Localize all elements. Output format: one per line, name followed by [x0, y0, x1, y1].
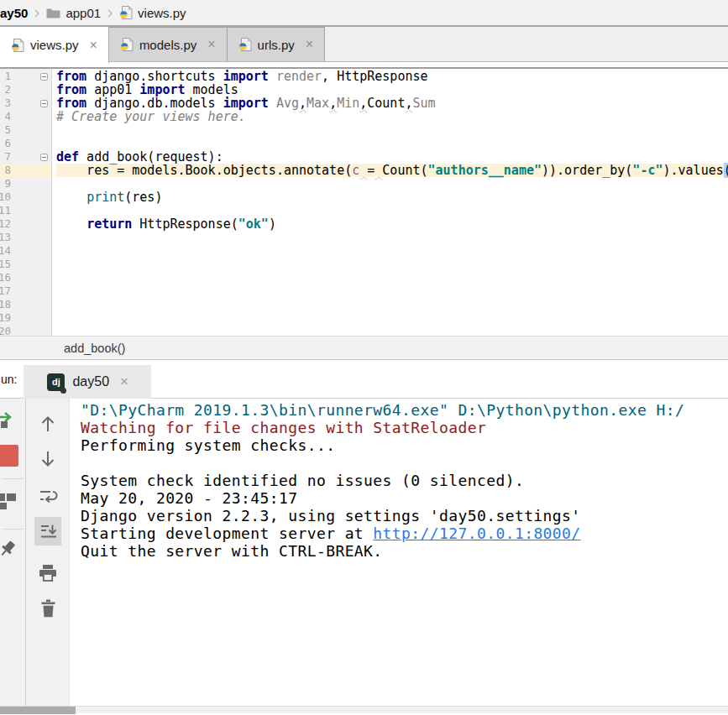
code-line-11[interactable]: [56, 204, 728, 217]
run-tab-label: day50: [72, 374, 109, 389]
horizontal-scrollbar[interactable]: [0, 706, 728, 713]
rerun-icon[interactable]: [0, 410, 17, 431]
breadcrumb-file[interactable]: views.py: [138, 6, 186, 20]
line-number: 10: [0, 190, 11, 204]
context-bar[interactable]: add_book(): [0, 336, 728, 360]
gutter-line-14[interactable]: 14: [0, 244, 51, 258]
gutter-line-15[interactable]: 15: [0, 258, 51, 271]
run-tab-day50[interactable]: dj day50 ×: [24, 365, 151, 399]
breadcrumb-package[interactable]: app01: [65, 6, 101, 20]
code-token: "-c": [632, 163, 663, 178]
fold-marker-icon[interactable]: [40, 154, 48, 161]
gutter-line-20[interactable]: 20: [0, 325, 51, 336]
code-token: print: [86, 190, 124, 205]
tab-close-icon[interactable]: ×: [207, 39, 215, 50]
code-token: HttpResponse(: [132, 217, 238, 232]
console-line-7: Django version 2.2.3, using settings 'da…: [81, 507, 728, 525]
console-text: Performing system checks...: [81, 436, 335, 454]
restore-layout-icon[interactable]: [0, 491, 18, 513]
code-line-7[interactable]: def add_book(request):: [56, 150, 728, 164]
scroll-to-end-icon[interactable]: [39, 523, 57, 540]
code-editor[interactable]: 1234567891011121314151617181920 from dja…: [0, 69, 728, 336]
line-number: 1: [0, 70, 11, 83]
run-panel-header: un: dj day50 ×: [0, 360, 728, 399]
code-token: =: [367, 163, 374, 178]
code-line-17[interactable]: [56, 284, 728, 298]
code-line-8[interactable]: res = models.Book.objects.annotate(c = C…: [56, 164, 728, 177]
arrow-up-icon[interactable]: [39, 414, 56, 434]
gutter-line-18[interactable]: 18: [0, 298, 51, 311]
gutter-line-4[interactable]: 4: [0, 110, 51, 123]
gutter-line-11[interactable]: 11: [0, 204, 51, 217]
code-area[interactable]: from django.shortcuts import render, Htt…: [52, 69, 728, 336]
line-number: 15: [0, 258, 11, 271]
code-line-10[interactable]: print(res): [56, 190, 728, 204]
gutter-line-19[interactable]: 19: [0, 311, 51, 325]
editor-gutter[interactable]: 1234567891011121314151617181920: [0, 69, 52, 336]
code-token: )).order_by(: [542, 163, 632, 178]
run-tab-close-icon[interactable]: ×: [120, 373, 128, 390]
code-line-12[interactable]: return HttpResponse("ok"): [56, 217, 728, 231]
code-line-9[interactable]: [56, 177, 728, 190]
gutter-line-8[interactable]: 8: [0, 164, 51, 177]
delete-icon[interactable]: [40, 599, 56, 618]
fold-marker-icon[interactable]: [40, 73, 48, 81]
tab-close-icon[interactable]: ×: [306, 39, 313, 50]
code-line-6[interactable]: [56, 137, 728, 150]
code-token: (res): [124, 190, 162, 205]
code-line-14[interactable]: [56, 244, 728, 258]
server-url-link[interactable]: http://127.0.0.1:8000/: [373, 525, 580, 542]
code-line-2[interactable]: from app01 import models: [56, 83, 728, 97]
code-line-19[interactable]: [56, 311, 728, 325]
run-toolbar-console: [26, 399, 70, 706]
gutter-line-9[interactable]: 9: [0, 177, 51, 190]
code-token: ).values: [663, 163, 723, 178]
gutter-line-1[interactable]: 1: [0, 70, 51, 83]
tab-views-py[interactable]: views.py ×: [0, 27, 109, 63]
code-line-5[interactable]: [56, 123, 728, 137]
gutter-line-7[interactable]: 7: [0, 150, 51, 164]
code-line-16[interactable]: [56, 271, 728, 284]
gutter-line-10[interactable]: 10: [0, 190, 51, 204]
tab-urls-py[interactable]: urls.py ×: [228, 27, 326, 61]
gutter-line-3[interactable]: 3: [0, 97, 51, 110]
gutter-line-16[interactable]: 16: [0, 271, 51, 284]
python-file-icon: [11, 39, 24, 52]
code-token: ): [269, 217, 276, 232]
soft-wrap-icon[interactable]: [39, 488, 58, 506]
gutter-line-5[interactable]: 5: [0, 123, 51, 137]
gutter-line-17[interactable]: 17: [0, 284, 51, 298]
code-line-15[interactable]: [56, 258, 728, 271]
gutter-line-2[interactable]: 2: [0, 83, 51, 97]
arrow-down-icon[interactable]: [39, 449, 56, 469]
pin-icon[interactable]: [0, 538, 18, 561]
code-line-13[interactable]: [56, 231, 728, 244]
gutter-line-12[interactable]: 12: [0, 217, 51, 231]
tab-label: views.py: [30, 38, 79, 52]
python-file-icon: [119, 6, 133, 19]
gutter-line-6[interactable]: 6: [0, 137, 51, 150]
console-output[interactable]: "D:\PyCharm 2019.1.3\bin\runnerw64.exe" …: [70, 399, 728, 706]
code-line-4[interactable]: # Create your views here.: [56, 110, 728, 123]
code-line-1[interactable]: from django.shortcuts import render, Htt…: [56, 70, 728, 83]
console-text: "D:\PyCharm 2019.1.3\bin\runnerw64.exe" …: [81, 401, 684, 419]
code-token: Max: [306, 96, 329, 111]
code-line-18[interactable]: [56, 298, 728, 311]
breadcrumb-project[interactable]: ay50: [0, 6, 28, 20]
code-token: # Create your views here.: [56, 109, 246, 124]
code-line-20[interactable]: [56, 325, 728, 336]
print-icon[interactable]: [39, 564, 57, 582]
code-token: [269, 96, 276, 111]
code-line-3[interactable]: from django.db.models import Avg,Max,Min…: [56, 97, 728, 110]
h-scrollbar-thumb[interactable]: [0, 707, 76, 714]
context-method[interactable]: add_book(): [64, 342, 125, 355]
stop-icon[interactable]: [0, 445, 18, 467]
tab-close-icon[interactable]: ×: [90, 39, 97, 51]
tab-models-py[interactable]: models.py ×: [109, 27, 228, 61]
console-line-9: Quit the server with CTRL-BREAK.: [81, 542, 728, 560]
console-text: Starting development server at: [81, 525, 373, 542]
gutter-line-13[interactable]: 13: [0, 231, 51, 244]
fold-marker-icon[interactable]: [40, 100, 48, 107]
code-token: [374, 163, 382, 178]
code-token: [269, 69, 276, 84]
